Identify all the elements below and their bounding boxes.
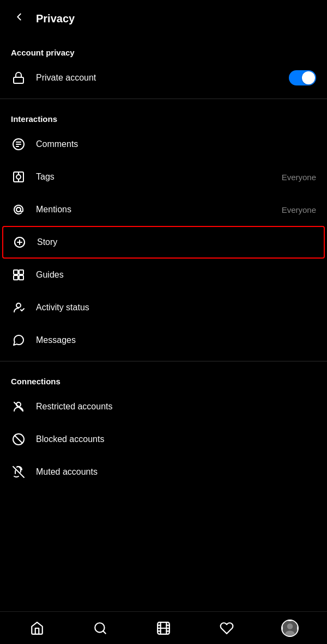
- mention-icon: [11, 202, 26, 217]
- tag-icon: [11, 169, 26, 185]
- blocked-accounts-item[interactable]: Blocked accounts: [0, 423, 327, 456]
- svg-line-21: [14, 402, 23, 411]
- messages-item[interactable]: Messages: [0, 324, 327, 357]
- story-label: Story: [37, 237, 315, 247]
- divider-1: [0, 99, 327, 99]
- back-button[interactable]: [11, 9, 27, 28]
- nav-home[interactable]: [23, 615, 51, 642]
- svg-point-6: [16, 175, 21, 179]
- blocked-icon: [11, 432, 26, 447]
- connections-section: Connections: [0, 366, 327, 386]
- svg-point-29: [287, 623, 293, 629]
- guides-label: Guides: [36, 270, 316, 280]
- tags-label: Tags: [36, 172, 282, 182]
- account-privacy-section: Account privacy: [0, 37, 327, 57]
- svg-rect-0: [14, 77, 23, 83]
- svg-line-26: [103, 631, 106, 634]
- activity-status-item[interactable]: Activity status: [0, 291, 327, 324]
- restricted-accounts-item[interactable]: Restricted accounts: [0, 390, 327, 423]
- story-item[interactable]: Story: [2, 226, 325, 259]
- mentions-value: Everyone: [282, 205, 316, 214]
- divider-2: [0, 361, 327, 361]
- lock-icon: [11, 70, 26, 85]
- guides-icon: [11, 267, 26, 283]
- private-account-item[interactable]: Private account: [0, 62, 327, 94]
- activity-icon: [11, 300, 26, 315]
- interactions-section: Interactions: [0, 103, 327, 124]
- mentions-item[interactable]: Mentions Everyone: [0, 193, 327, 226]
- connections-title: Connections: [11, 377, 316, 386]
- muted-accounts-item[interactable]: Muted accounts: [0, 456, 327, 488]
- svg-rect-17: [14, 275, 18, 280]
- guides-item[interactable]: Guides: [0, 259, 327, 291]
- header: Privacy: [0, 0, 327, 37]
- interactions-title: Interactions: [11, 114, 316, 124]
- blocked-accounts-label: Blocked accounts: [36, 434, 316, 444]
- restricted-accounts-label: Restricted accounts: [36, 402, 316, 412]
- page-title: Privacy: [36, 13, 75, 25]
- profile-avatar: [281, 620, 299, 637]
- restricted-icon: [11, 399, 26, 414]
- svg-point-14: [19, 242, 20, 243]
- nav-activity[interactable]: [213, 615, 240, 642]
- tags-item[interactable]: Tags Everyone: [0, 161, 327, 193]
- comments-item[interactable]: Comments: [0, 128, 327, 161]
- nav-profile[interactable]: [276, 615, 304, 642]
- muted-accounts-label: Muted accounts: [36, 467, 316, 477]
- messages-icon: [11, 333, 26, 348]
- private-account-toggle[interactable]: [289, 70, 316, 85]
- toggle-knob: [302, 71, 315, 84]
- bottom-navigation: [0, 611, 327, 644]
- comments-label: Comments: [36, 139, 316, 149]
- messages-label: Messages: [36, 335, 316, 345]
- nav-reels[interactable]: [150, 615, 177, 642]
- svg-line-23: [15, 436, 22, 443]
- private-account-label: Private account: [36, 73, 289, 83]
- svg-rect-15: [14, 270, 18, 274]
- activity-status-label: Activity status: [36, 303, 316, 312]
- story-icon: [12, 235, 27, 250]
- tags-value: Everyone: [282, 173, 316, 182]
- comment-icon: [11, 137, 26, 152]
- svg-rect-16: [19, 270, 23, 274]
- nav-search[interactable]: [87, 615, 114, 642]
- muted-icon: [11, 464, 26, 480]
- account-privacy-title: Account privacy: [11, 48, 316, 57]
- svg-rect-18: [19, 275, 23, 280]
- svg-point-19: [16, 303, 21, 308]
- mentions-label: Mentions: [36, 205, 282, 214]
